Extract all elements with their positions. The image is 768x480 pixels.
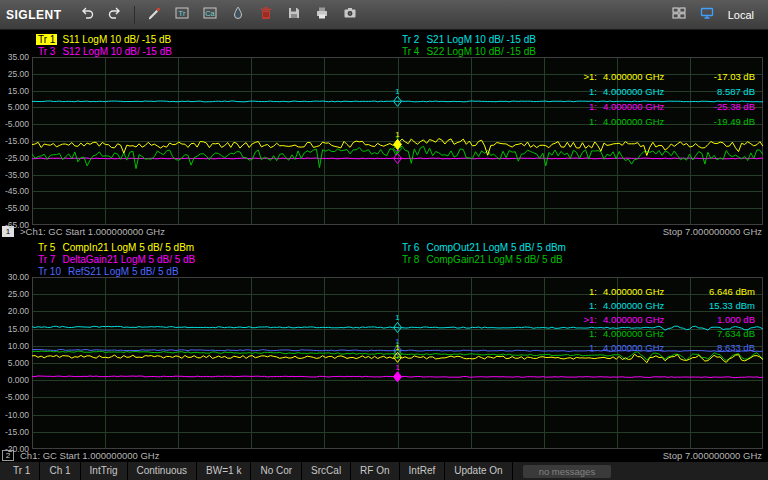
- marker-readout: 1:4.000000 GHz-19.49 dB: [579, 114, 755, 129]
- window-2-footer: 2 Ch1: GC Start 1.000000000 GHz Stop 7.0…: [0, 449, 768, 462]
- status-reference: IntRef: [400, 462, 446, 480]
- window-1-footer: 1 >Ch1: GC Start 1.000000000 GHz Stop 7.…: [0, 225, 768, 238]
- trace-tag: Tr 1: [36, 34, 57, 45]
- cal-button[interactable]: Ca: [197, 3, 223, 27]
- svg-text:1: 1: [395, 363, 400, 372]
- svg-text:1: 1: [395, 130, 400, 139]
- trace-legend-item-tr8[interactable]: Tr 8 CompGain21 LogM 5 dB/ 5 dB: [400, 253, 768, 265]
- trace-params: S21 LogM 10 dB/ -15 dB: [426, 34, 536, 45]
- floppy-icon: [286, 5, 302, 25]
- status-if-bandwidth: BW=1 k: [197, 462, 251, 480]
- trace-tag: Tr 3: [36, 46, 57, 57]
- trace-params: S22 LogM 10 dB/ -15 dB: [426, 46, 536, 57]
- status-correction: No Cor: [251, 462, 302, 480]
- trace-tag: Tr 10: [36, 266, 63, 277]
- sweep-start-label: >Ch1: GC Start 1.000000000 GHz: [20, 226, 165, 237]
- redo-icon: [107, 5, 123, 25]
- trace-legend-item-tr1[interactable]: Tr 1 S11 LogM 10 dB/ -15 dB: [36, 33, 400, 45]
- droplet-icon: [230, 5, 246, 25]
- trace-tag: Tr 5: [36, 242, 57, 253]
- sweep-start-label: Ch1: GC Start 1.000000000 GHz: [20, 450, 159, 461]
- marker-readouts-1: >1:4.000000 GHz-17.03 dB 1:4.000000 GHz8…: [579, 69, 755, 129]
- marker-pen-icon: [146, 5, 162, 25]
- network-button[interactable]: [694, 3, 720, 27]
- marker-readout: >1:4.000000 GHz1.000 dB: [579, 313, 755, 327]
- trace-legend-item-tr10[interactable]: Tr 10 RefS21 LogM 5 dB/ 5 dB: [36, 265, 400, 277]
- toolbar: SIGLENT Tr Ca: [0, 0, 768, 30]
- toolbar-separator: [134, 6, 135, 24]
- display-layout-button[interactable]: [666, 3, 692, 27]
- add-trace-icon: Tr: [174, 5, 190, 25]
- undo-icon: [79, 5, 95, 25]
- message-box: no messages: [523, 465, 612, 478]
- trace-legend-item-tr7[interactable]: Tr 7 DeltaGain21 LogM 5 dB/ 5 dB: [36, 253, 400, 265]
- sweep-stop-label: Stop 7.000000000 GHz: [663, 226, 762, 237]
- display-layout-icon: [671, 5, 687, 25]
- delete-button[interactable]: [253, 3, 279, 27]
- trace-tag: Tr 2: [400, 34, 421, 45]
- droplet-button[interactable]: [225, 3, 251, 27]
- svg-text:1: 1: [395, 87, 400, 96]
- trace-params: S12 LogM 10 dB/ -15 dB: [62, 46, 172, 57]
- plot-area-1[interactable]: 1111 >1:4.000000 GHz-17.03 dB 1:4.000000…: [32, 57, 763, 225]
- marker-readout: 1:4.000000 GHz7.634 dB: [579, 327, 755, 341]
- camera-icon: [342, 5, 358, 25]
- svg-text:1: 1: [395, 343, 400, 352]
- sweep-stop-label: Stop 7.000000000 GHz: [663, 450, 762, 461]
- printer-icon: [314, 5, 330, 25]
- trace-legend-item-tr2[interactable]: Tr 2 S21 LogM 10 dB/ -15 dB: [400, 33, 768, 45]
- trash-icon: [258, 5, 274, 25]
- plot-area-2[interactable]: 11111 1:4.000000 GHz6.646 dBm 1:4.000000…: [32, 277, 763, 449]
- status-active-trace: Tr 1: [4, 462, 40, 480]
- svg-text:Ca: Ca: [205, 9, 215, 18]
- cal-icon: Ca: [202, 5, 218, 25]
- status-sweep-mode: Continuous: [128, 462, 198, 480]
- trace-params: S11 LogM 10 dB/ -15 dB: [62, 34, 171, 45]
- marker-readout: 1:4.000000 GHz-25.38 dB: [579, 99, 755, 114]
- print-button[interactable]: [309, 3, 335, 27]
- marker-readouts-2: 1:4.000000 GHz6.646 dBm 1:4.000000 GHz15…: [579, 285, 755, 355]
- marker-readout: 1:4.000000 GHz8.633 dB: [579, 341, 755, 355]
- local-button[interactable]: Local: [728, 9, 754, 21]
- status-active-channel: Ch 1: [40, 462, 80, 480]
- trace-legend-item-tr5[interactable]: Tr 5 CompIn21 LogM 5 dB/ 5 dBm: [36, 241, 400, 253]
- network-icon: [699, 5, 715, 25]
- status-bar: Tr 1 Ch 1 IntTrig Continuous BW=1 k No C…: [0, 462, 768, 480]
- undo-button[interactable]: [74, 3, 100, 27]
- marker-pen-button[interactable]: [141, 3, 167, 27]
- status-source-cal: SrcCal: [302, 462, 351, 480]
- trace-params: DeltaGain21 LogM 5 dB/ 5 dB: [62, 254, 195, 265]
- y-axis-labels-2: 30.0025.0020.0015.0010.005.0000.000-5.00…: [0, 277, 32, 449]
- trace-legend-item-tr3[interactable]: Tr 3 S12 LogM 10 dB/ -15 dB: [36, 45, 400, 57]
- y-axis-labels-1: 35.0025.0015.005.000-5.000-15.00-25.00-3…: [0, 57, 32, 225]
- trace-tag: Tr 8: [400, 254, 421, 265]
- trace-legend-item-tr4[interactable]: Tr 4 S22 LogM 10 dB/ -15 dB: [400, 45, 768, 57]
- marker-readout: 1:4.000000 GHz8.587 dB: [579, 84, 755, 99]
- trace-params: RefS21 LogM 5 dB/ 5 dB: [68, 266, 179, 277]
- trace-tag: Tr 4: [400, 46, 421, 57]
- trace-params: CompGain21 LogM 5 dB/ 5 dB: [426, 254, 562, 265]
- vna-app: SIGLENT Tr Ca: [0, 0, 768, 480]
- svg-text:1: 1: [395, 313, 400, 322]
- window-2: Tr 5 CompIn21 LogM 5 dB/ 5 dBm Tr 7 Delt…: [0, 238, 768, 462]
- add-trace-button[interactable]: Tr: [169, 3, 195, 27]
- marker-readout: >1:4.000000 GHz-17.03 dB: [579, 69, 755, 84]
- trace-params: CompIn21 LogM 5 dB/ 5 dBm: [62, 242, 194, 253]
- window-1: Tr 1 S11 LogM 10 dB/ -15 dB Tr 3 S12 Log…: [0, 30, 768, 238]
- trace-legend-1: Tr 1 S11 LogM 10 dB/ -15 dB Tr 3 S12 Log…: [0, 30, 768, 57]
- status-rf-power: RF On: [351, 462, 399, 480]
- svg-text:Tr: Tr: [178, 9, 185, 18]
- trace-params: CompOut21 LogM 5 dB/ 5 dBm: [426, 242, 566, 253]
- screenshot-button[interactable]: [337, 3, 363, 27]
- siglent-logo: SIGLENT: [6, 8, 62, 22]
- save-button[interactable]: [281, 3, 307, 27]
- trace-legend-2: Tr 5 CompIn21 LogM 5 dB/ 5 dBm Tr 7 Delt…: [0, 238, 768, 277]
- marker-readout: 1:4.000000 GHz15.33 dBm: [579, 299, 755, 313]
- status-trigger: IntTrig: [81, 462, 128, 480]
- trace-tag: Tr 7: [36, 254, 57, 265]
- redo-button[interactable]: [102, 3, 128, 27]
- trace-legend-item-tr6[interactable]: Tr 6 CompOut21 LogM 5 dB/ 5 dBm: [400, 241, 768, 253]
- trace-tag: Tr 6: [400, 242, 421, 253]
- marker-readout: 1:4.000000 GHz6.646 dBm: [579, 285, 755, 299]
- status-update: Update On: [445, 462, 512, 480]
